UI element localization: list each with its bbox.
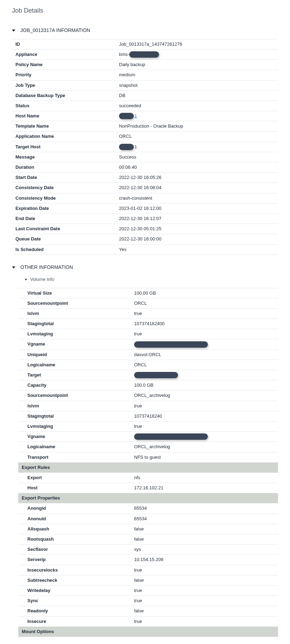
row-label: Readonly [18,606,131,616]
value-prefix: bms- [119,51,129,58]
table-row: Statussucceeded [12,101,278,111]
row-value: 65534 [131,514,278,524]
row-label: Is Scheduled [12,244,116,255]
row-label: Anonuid [18,514,131,524]
table-row: Rootsquashfalse [18,534,278,545]
row-value [131,370,278,380]
table-row: Stagingtotal10737418240 [18,411,278,421]
table-row: Insecurelockstrue [18,565,278,575]
row-label: Vgname [18,432,131,442]
row-label: Uniqueid [18,349,131,360]
row-label: Expiration Date [12,203,116,213]
table-row: Application NameORCL [12,131,278,142]
row-value: false [131,534,278,545]
row-label: Logicalname [18,360,131,370]
section-band-row: Export Properties [18,493,278,503]
redacted-value [134,372,178,378]
row-value: NonProduction - Oracle Backup [116,121,278,131]
row-value: true [131,585,278,595]
table-row: Last Constraint Date2022-12-30 05:01:25 [12,224,278,234]
redacted-value [134,341,208,348]
section-band-row: Mount Options [18,626,278,637]
row-value: 10.154.15.209 [131,555,278,565]
row-value: succeeded [116,101,278,111]
row-label: Sourcemountpoint [18,391,131,401]
table-row: Readonlyfalse [18,606,278,616]
volume-info-header[interactable]: Volume Info [25,276,278,283]
table-row: Serverip10.154.15.209 [18,555,278,565]
table-row: Host Name1 [12,111,278,121]
job-info-section: JOB_0013317A INFORMATION IDJob_0013317a_… [12,25,278,255]
table-row: Database Backup TypeDB [12,90,278,101]
row-label: Status [12,101,116,111]
table-row: Queue Date2022-12-30 16:00:00 [12,234,278,244]
table-row: Allsquashfalse [18,524,278,534]
table-row: Target [18,370,278,380]
row-value: true [131,596,278,606]
row-label: Sync [18,596,131,606]
row-label: End Date [12,213,116,224]
table-row: End Date2022-12-30 16:12:07 [12,213,278,224]
other-info-section: OTHER INFORMATION Volume Info Virtual Si… [12,262,278,637]
row-value: Success [116,152,278,162]
row-value: false [131,606,278,616]
row-value: dasvol:ORCL [131,349,278,360]
row-value: 2023-01-02 16:12:00 [116,203,278,213]
row-value: true [131,401,278,411]
table-row: LogicalnameORCL [18,360,278,370]
row-label: Export [18,472,131,483]
table-row: IDJob_0013317a_143747261276 [12,39,278,49]
section-band: Mount Options [18,626,278,637]
row-label: Rootsquash [18,534,131,545]
redacted-value [119,113,134,119]
row-label: Start Date [12,173,116,183]
host-link[interactable]: 1 [134,113,137,119]
row-label: Host Name [12,111,116,121]
row-value: 2022-12-30 05:01:25 [116,224,278,234]
row-label: Lvmstaging [18,421,131,431]
row-label: Capacity [18,380,131,391]
table-row: TransportNFS to guest [18,452,278,462]
row-label: Islvm [18,401,131,411]
table-row: Subtreecheckfalse [18,575,278,585]
row-value: ORCL_archivelog [131,391,278,401]
row-value: ORCL [131,298,278,308]
row-value: 2022-12-30 16:05:26 [116,173,278,183]
caret-down-icon [25,279,27,281]
row-label: Insecure [18,616,131,626]
table-row: Anonuid65534 [18,514,278,524]
row-label: Anongid [18,503,131,514]
row-label: Insecurelocks [18,565,131,575]
table-row: Islvmtrue [18,401,278,411]
table-row: Exportnfs [18,472,278,483]
row-value: 172.16.102.21 [131,483,278,493]
row-label: Logicalname [18,442,131,452]
table-row: Consistency Date2022-12-30 16:08:04 [12,183,278,193]
row-label: ID [12,39,116,49]
value-suffix: 1 [134,144,137,150]
table-row: Consistency Modecrash-consistent [12,193,278,203]
table-row: Writedelaytrue [18,585,278,595]
other-info-header[interactable]: OTHER INFORMATION [12,262,278,273]
row-label: Policy Name [12,60,116,70]
row-label: Host [18,483,131,493]
section-band: Export Rules [18,462,278,472]
row-label: Queue Date [12,234,116,244]
row-label: Vgname [18,339,131,349]
row-label: Stagingtotal [18,319,131,329]
row-value: bms- [116,49,278,59]
row-value: 2022-12-30 16:12:07 [116,213,278,224]
row-label: Priority [12,70,116,80]
row-value: 65534 [131,503,278,514]
row-value: NFS to guest [131,452,278,462]
job-info-header[interactable]: JOB_0013317A INFORMATION [12,25,278,36]
row-label: Writedelay [18,585,131,595]
row-label: Stagingtotal [18,411,131,421]
table-row: Virtual Size100.00 GB [18,288,278,298]
table-row: Start Date2022-12-30 16:05:26 [12,173,278,183]
table-row: Template NameNonProduction - Oracle Back… [12,121,278,131]
row-value: ORCL_archivelog [131,442,278,452]
table-row: Appliancebms- [12,49,278,59]
table-row: LogicalnameORCL_archivelog [18,442,278,452]
row-value: 2022-12-30 16:00:00 [116,234,278,244]
